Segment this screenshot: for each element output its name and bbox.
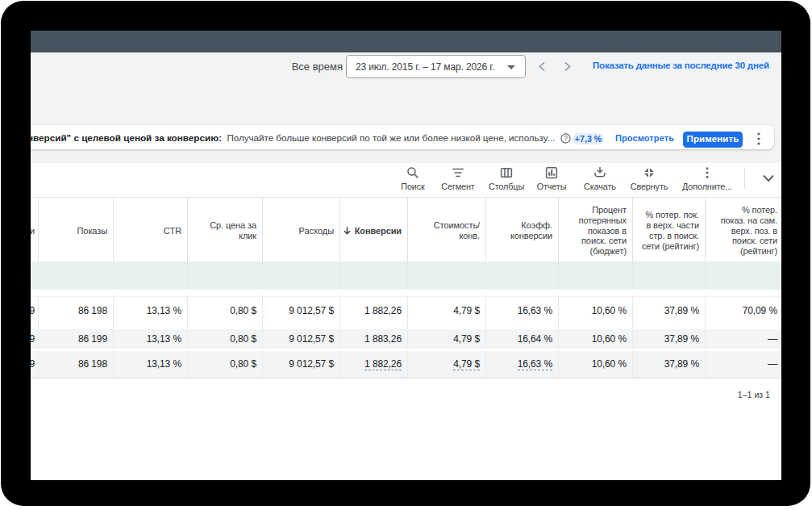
svg-text:?: ? <box>564 134 568 142</box>
